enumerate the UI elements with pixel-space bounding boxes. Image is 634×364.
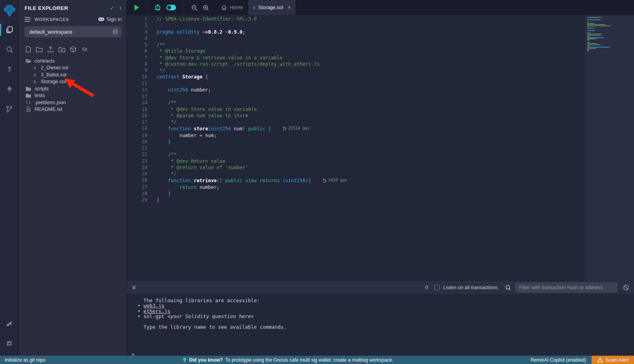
- code-line[interactable]: 28 }: [127, 191, 585, 197]
- clear-console-icon[interactable]: [623, 284, 629, 291]
- code-line[interactable]: 12 uint256 number;: [127, 87, 585, 93]
- line-number[interactable]: 3: [127, 29, 147, 35]
- line-number[interactable]: 16: [127, 112, 147, 119]
- line-number[interactable]: 17: [127, 119, 147, 125]
- line-number[interactable]: 6: [127, 48, 147, 54]
- code-line[interactable]: 19 number = num;: [127, 132, 585, 139]
- line-number[interactable]: 14: [127, 99, 147, 106]
- code-line[interactable]: 14 /**: [127, 99, 585, 106]
- code-editor[interactable]: 1// SPDX-License-Identifier: GPL-3.023pr…: [127, 15, 634, 281]
- line-number[interactable]: 7: [127, 55, 147, 61]
- code-line[interactable]: 9 */: [127, 67, 585, 74]
- line-number[interactable]: 10: [127, 74, 147, 80]
- code-line[interactable]: 18 function store(uint256 num) public {2…: [127, 125, 585, 132]
- line-number[interactable]: 21: [127, 145, 147, 151]
- line-number[interactable]: 29: [127, 197, 147, 203]
- line-number[interactable]: 26: [127, 177, 147, 184]
- copilot-status[interactable]: RemixAI Copilot (enabled): [531, 357, 586, 363]
- line-number[interactable]: 12: [127, 87, 147, 93]
- line-number[interactable]: 24: [127, 164, 147, 171]
- code-line[interactable]: 29}: [127, 197, 585, 203]
- code-line[interactable]: 22 /**: [127, 151, 585, 158]
- line-number[interactable]: 1: [127, 16, 147, 22]
- tab-home[interactable]: Home: [216, 0, 248, 15]
- zoom-in-icon[interactable]: [200, 4, 212, 11]
- sign-in-button[interactable]: Sign in: [98, 17, 122, 22]
- code-line[interactable]: 21: [127, 145, 585, 151]
- zoom-out-icon[interactable]: [189, 4, 200, 11]
- code-line[interactable]: 1// SPDX-License-Identifier: GPL-3.0: [127, 16, 585, 22]
- terminal-output[interactable]: The following libraries are accessible: …: [127, 294, 634, 356]
- upload-file-icon[interactable]: [47, 46, 54, 53]
- tree-item-3-ballot-sol[interactable]: S3_Ballot.sol: [19, 71, 126, 78]
- workspaces-menu-icon[interactable]: [25, 17, 31, 22]
- tree-item-readme-txt[interactable]: README.txt: [19, 106, 126, 113]
- ai-copilot-robot-icon[interactable]: [152, 4, 164, 11]
- code-line[interactable]: 11: [127, 80, 585, 87]
- new-folder-icon[interactable]: [36, 46, 43, 53]
- line-number[interactable]: 11: [127, 80, 147, 87]
- run-script-button[interactable]: [132, 4, 142, 11]
- code-line[interactable]: 5/**: [127, 42, 585, 48]
- sidebar-item-git[interactable]: [0, 101, 19, 116]
- line-number[interactable]: 27: [127, 184, 147, 191]
- chevron-right-icon[interactable]: ›: [119, 6, 122, 10]
- code-line[interactable]: 26 function retrieve() public view retur…: [127, 177, 585, 184]
- minimap[interactable]: [587, 17, 615, 51]
- link-icon[interactable]: [81, 46, 88, 52]
- scam-alert-button[interactable]: Scam Alert: [592, 356, 634, 364]
- remix-logo[interactable]: [0, 0, 19, 22]
- line-number[interactable]: 22: [127, 151, 147, 158]
- code-line[interactable]: 24 * @return value of 'number': [127, 164, 585, 171]
- line-number[interactable]: 5: [127, 42, 147, 48]
- line-number[interactable]: 13: [127, 93, 147, 99]
- line-number[interactable]: 9: [127, 67, 147, 74]
- code-line[interactable]: 27 return number;: [127, 184, 585, 191]
- code-line[interactable]: 20 }: [127, 139, 585, 145]
- expand-terminal-icon[interactable]: [132, 285, 136, 290]
- code-line[interactable]: 23 * @dev Return value: [127, 158, 585, 164]
- tree-item-contracts[interactable]: contracts: [19, 57, 126, 65]
- code-line[interactable]: 16 * @param num value to store: [127, 112, 585, 119]
- code-line[interactable]: 15 * @dev Store value in variable: [127, 106, 585, 112]
- code-line[interactable]: 6 * @title Storage: [127, 48, 585, 54]
- sidebar-item-search[interactable]: [0, 42, 19, 57]
- code-line[interactable]: 10contract Storage {: [127, 74, 585, 80]
- minimap-column[interactable]: [585, 15, 634, 281]
- tree-item-storage-sol[interactable]: SStorage.sol: [19, 78, 126, 86]
- line-number[interactable]: 20: [127, 139, 147, 145]
- line-number[interactable]: 19: [127, 132, 147, 139]
- sidebar-item-file-explorer[interactable]: [0, 22, 19, 37]
- sidebar-item-plugin-manager[interactable]: [0, 316, 19, 331]
- code-line[interactable]: 17 */: [127, 119, 585, 125]
- line-number[interactable]: 28: [127, 191, 147, 197]
- tree-item-2-owner-sol[interactable]: S2_Owner.sol: [19, 65, 126, 72]
- line-number[interactable]: 8: [127, 61, 147, 67]
- sidebar-item-solidity-compiler[interactable]: [0, 62, 19, 77]
- git-init-button[interactable]: Initialize as git repo: [0, 357, 46, 363]
- terminal-search-icon[interactable]: [505, 284, 511, 291]
- ai-copilot-toggle[interactable]: [164, 4, 179, 11]
- new-file-icon[interactable]: [25, 46, 31, 53]
- tab-storage-sol[interactable]: S Storage.sol ×: [248, 0, 296, 15]
- listen-all-transactions-checkbox[interactable]: [434, 285, 440, 290]
- workspace-select[interactable]: default_workspace: [25, 26, 122, 37]
- close-tab-icon[interactable]: ×: [288, 4, 291, 11]
- line-number[interactable]: 18: [127, 125, 147, 132]
- line-number[interactable]: 2: [127, 22, 147, 29]
- line-number[interactable]: 15: [127, 106, 147, 112]
- code-line[interactable]: 2: [127, 22, 585, 29]
- code-line[interactable]: 13: [127, 93, 585, 99]
- code-line[interactable]: 7 * @dev Store & retrieve value in a var…: [127, 55, 585, 61]
- ipfs-cube-icon[interactable]: [70, 46, 76, 53]
- line-number[interactable]: 25: [127, 171, 147, 177]
- sidebar-item-deploy-run[interactable]: [0, 82, 19, 97]
- code-line[interactable]: 25 */: [127, 171, 585, 177]
- upload-folder-icon[interactable]: [58, 46, 65, 53]
- code-line[interactable]: 4: [127, 35, 585, 42]
- tree-item--prettierrc-json[interactable]: .prettierrc.json: [19, 99, 126, 106]
- tree-item-tests[interactable]: tests: [19, 92, 126, 99]
- transaction-filter-input[interactable]: [515, 282, 617, 293]
- code-line[interactable]: 8 * @custom:dev-run-script ./scripts/dep…: [127, 61, 585, 67]
- line-number[interactable]: 4: [127, 35, 147, 42]
